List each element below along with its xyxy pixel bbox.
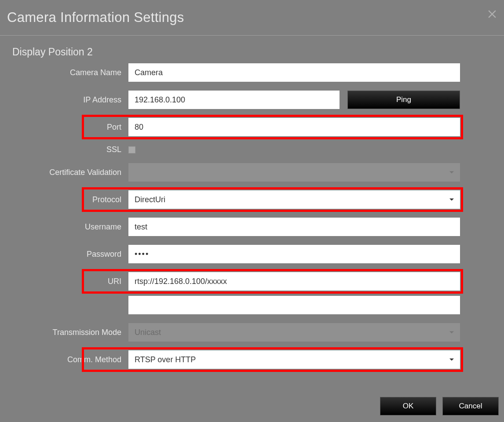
label-username: Username bbox=[4, 222, 128, 232]
transmission-mode-value: Unicast bbox=[128, 323, 460, 342]
ssl-checkbox[interactable] bbox=[128, 146, 135, 153]
label-comm-method: Comm. Method bbox=[4, 355, 128, 364]
password-input[interactable] bbox=[128, 245, 460, 263]
row-uri-extra bbox=[4, 296, 460, 314]
row-protocol: Protocol DirectUri bbox=[4, 190, 460, 209]
row-transmission-mode: Transmission Mode Unicast bbox=[4, 323, 460, 342]
uri-extra-field[interactable] bbox=[128, 296, 460, 314]
transmission-mode-select[interactable]: Unicast bbox=[128, 323, 460, 342]
chevron-down-icon bbox=[449, 359, 454, 361]
comm-method-select[interactable]: RTSP over HTTP bbox=[128, 350, 460, 369]
row-camera-name: Camera Name bbox=[4, 63, 460, 82]
ping-button[interactable]: Ping bbox=[347, 91, 460, 109]
chevron-down-icon bbox=[449, 331, 454, 334]
cancel-button[interactable]: Cancel bbox=[442, 397, 499, 415]
row-uri: URI bbox=[4, 272, 460, 291]
label-port: Port bbox=[4, 123, 128, 132]
row-ip-address: IP Address Ping bbox=[4, 91, 460, 109]
uri-input[interactable] bbox=[128, 272, 460, 291]
chevron-down-icon bbox=[449, 171, 454, 174]
label-ssl: SSL bbox=[4, 145, 128, 154]
protocol-value: DirectUri bbox=[128, 190, 460, 209]
row-username: Username bbox=[4, 218, 460, 236]
row-ssl: SSL bbox=[4, 145, 460, 154]
dialog-footer: OK Cancel bbox=[380, 397, 499, 415]
section-title: Display Position 2 bbox=[0, 36, 504, 63]
label-password: Password bbox=[4, 250, 128, 259]
camera-name-input[interactable] bbox=[128, 63, 460, 82]
row-comm-method: Comm. Method RTSP over HTTP bbox=[4, 350, 460, 369]
dialog-header: Camera Information Settings bbox=[0, 0, 504, 36]
row-password: Password bbox=[4, 245, 460, 263]
close-icon[interactable] bbox=[480, 10, 504, 20]
port-input[interactable] bbox=[128, 118, 460, 136]
chevron-down-icon bbox=[449, 199, 454, 201]
label-protocol: Protocol bbox=[4, 195, 128, 204]
cert-validation-value bbox=[128, 163, 460, 182]
label-transmission-mode: Transmission Mode bbox=[4, 328, 128, 337]
username-input[interactable] bbox=[128, 218, 460, 236]
ip-address-input[interactable] bbox=[128, 91, 340, 109]
label-ip-address: IP Address bbox=[4, 95, 128, 105]
label-cert-validation: Certificate Validation bbox=[4, 168, 128, 177]
label-uri: URI bbox=[4, 277, 128, 286]
protocol-select[interactable]: DirectUri bbox=[128, 190, 460, 209]
dialog-title: Camera Information Settings bbox=[7, 10, 184, 25]
comm-method-value: RTSP over HTTP bbox=[128, 350, 460, 369]
ok-button[interactable]: OK bbox=[380, 397, 436, 415]
row-port: Port bbox=[4, 118, 460, 136]
label-camera-name: Camera Name bbox=[4, 68, 128, 77]
row-cert-validation: Certificate Validation bbox=[4, 163, 460, 182]
form-area: Camera Name IP Address Ping Port SSL Cer… bbox=[0, 63, 504, 369]
cert-validation-select[interactable] bbox=[128, 163, 460, 182]
